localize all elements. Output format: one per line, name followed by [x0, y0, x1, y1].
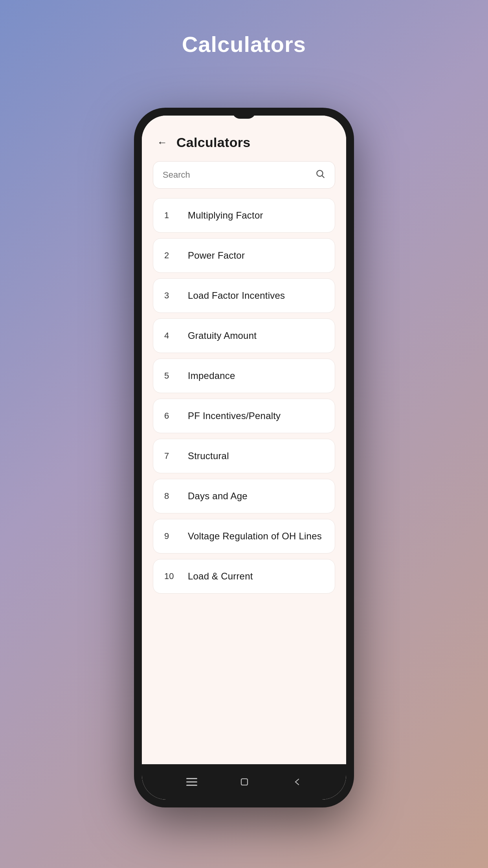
- phone-screen: ← Calculators 1Multiplying Factor2Power: [142, 116, 346, 800]
- calc-label-5: Impedance: [188, 370, 235, 381]
- back-arrow-icon: ←: [157, 136, 167, 149]
- search-container: [153, 161, 335, 189]
- calc-number-1: 1: [164, 210, 178, 221]
- calc-label-3: Load Factor Incentives: [188, 290, 285, 301]
- calc-number-4: 4: [164, 331, 178, 341]
- calc-label-1: Multiplying Factor: [188, 210, 263, 221]
- calculator-list: 1Multiplying Factor2Power Factor3Load Fa…: [153, 198, 335, 594]
- svg-rect-4: [186, 785, 197, 786]
- notch: [232, 108, 256, 119]
- calc-number-5: 5: [164, 371, 178, 381]
- calculator-item-7[interactable]: 7Structural: [153, 439, 335, 473]
- nav-menu-button[interactable]: [186, 778, 197, 786]
- calc-label-9: Voltage Regulation of OH Lines: [188, 531, 322, 542]
- screen-content: 1Multiplying Factor2Power Factor3Load Fa…: [142, 158, 346, 800]
- bottom-nav: [142, 764, 346, 800]
- calc-number-3: 3: [164, 291, 178, 301]
- svg-line-1: [322, 176, 324, 178]
- calculator-item-9[interactable]: 9Voltage Regulation of OH Lines: [153, 519, 335, 554]
- nav-back-button[interactable]: [292, 777, 302, 787]
- calc-number-7: 7: [164, 451, 178, 461]
- calc-number-2: 2: [164, 250, 178, 261]
- calc-label-4: Gratuity Amount: [188, 330, 257, 341]
- calculator-item-1[interactable]: 1Multiplying Factor: [153, 198, 335, 233]
- calc-number-9: 9: [164, 531, 178, 541]
- calc-number-10: 10: [164, 571, 178, 581]
- search-input[interactable]: [163, 170, 310, 180]
- calculator-item-3[interactable]: 3Load Factor Incentives: [153, 278, 335, 313]
- calculator-item-4[interactable]: 4Gratuity Amount: [153, 318, 335, 353]
- svg-rect-5: [241, 779, 248, 785]
- screen-header: ← Calculators: [142, 116, 346, 158]
- calculator-item-5[interactable]: 5Impedance: [153, 359, 335, 393]
- calc-number-8: 8: [164, 491, 178, 501]
- calc-label-7: Structural: [188, 451, 229, 462]
- svg-rect-3: [186, 782, 197, 783]
- back-button[interactable]: ←: [154, 134, 170, 150]
- header-title: Calculators: [176, 135, 250, 150]
- nav-home-button[interactable]: [239, 777, 250, 787]
- phone-frame: ← Calculators 1Multiplying Factor2Power: [134, 108, 354, 807]
- calc-label-6: PF Incentives/Penalty: [188, 410, 281, 421]
- calc-number-6: 6: [164, 411, 178, 421]
- calc-label-8: Days and Age: [188, 491, 248, 502]
- calculator-item-2[interactable]: 2Power Factor: [153, 238, 335, 273]
- page-title-outer: Calculators: [182, 31, 306, 57]
- search-box[interactable]: [153, 161, 335, 189]
- svg-rect-2: [186, 778, 197, 779]
- calc-label-10: Load & Current: [188, 571, 253, 582]
- calc-label-2: Power Factor: [188, 250, 245, 261]
- calculator-item-8[interactable]: 8Days and Age: [153, 479, 335, 513]
- search-icon: [315, 169, 325, 181]
- calculator-item-6[interactable]: 6PF Incentives/Penalty: [153, 399, 335, 433]
- calculator-item-10[interactable]: 10Load & Current: [153, 559, 335, 594]
